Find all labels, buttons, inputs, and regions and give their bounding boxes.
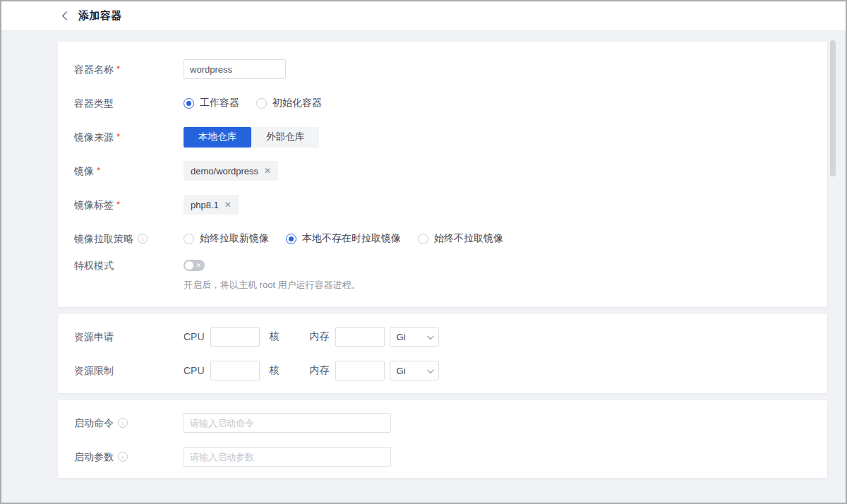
toggle-knob (185, 261, 193, 270)
add-container-page: { "header": { "title": "添加容器" }, "symbol… (0, 0, 847, 504)
form-row-container-name: 容器名称 * (58, 52, 827, 86)
cpu-request-input[interactable] (210, 327, 260, 347)
form-row-image-tag: 镜像标签 * php8.1 ✕ (58, 188, 827, 222)
radio-label: 工作容器 (200, 97, 239, 109)
form-row-container-type: 容器类型 工作容器 初始化容器 (58, 86, 827, 120)
radio-label: 始终不拉取镜像 (434, 232, 503, 245)
memory-request-unit-select[interactable]: Gi (390, 327, 439, 347)
image-source-local-button[interactable]: 本地仓库 (184, 127, 251, 148)
radio-label: 初始化容器 (272, 97, 322, 109)
radio-label: 始终拉取新镜像 (200, 232, 269, 245)
label-text: 启动命令 (74, 413, 114, 433)
radio-always-pull[interactable]: 始终拉取新镜像 (184, 232, 269, 245)
page-header: 添加容器 (1, 1, 846, 31)
image-chip: demo/wordpress ✕ (184, 161, 278, 181)
chevron-down-icon (427, 332, 434, 340)
cpu-unit-label: 核 (270, 364, 280, 377)
label-text: 镜像拉取策略 (74, 229, 133, 248)
memory-label: 内存 (310, 330, 330, 343)
memory-limit-input[interactable] (335, 361, 385, 380)
form-row-image-source: 镜像来源 * 本地仓库 外部仓库 (58, 120, 827, 154)
remove-icon[interactable]: ✕ (224, 200, 232, 209)
card-basic-settings: 容器名称 * 容器类型 工作容器 初始化容器 (58, 42, 827, 307)
chevron-left-icon (62, 11, 71, 20)
radio-label: 本地不存在时拉取镜像 (302, 232, 401, 245)
radio-unselected-icon (184, 234, 194, 244)
select-value: Gi (397, 366, 406, 376)
form-row-start-command: 启动命令 i (58, 406, 827, 440)
required-asterisk: * (116, 127, 120, 147)
memory-limit-unit-select[interactable]: Gi (390, 361, 439, 380)
radio-pull-if-not-present[interactable]: 本地不存在时拉取镜像 (286, 232, 401, 245)
remove-icon[interactable]: ✕ (264, 167, 271, 175)
label-text: 镜像来源 (74, 127, 114, 147)
start-args-input[interactable] (184, 447, 391, 467)
field-label-start-command: 启动命令 i (74, 413, 184, 433)
image-tag-chip: php8.1 ✕ (184, 195, 239, 215)
cpu-label: CPU (184, 331, 205, 342)
chip-text: demo/wordpress (191, 166, 258, 176)
field-label-privileged: 特权模式 (74, 256, 184, 275)
radio-unselected-icon (256, 98, 267, 109)
form-row-resource-request: 资源申请 CPU 核 内存 Gi (58, 320, 827, 354)
image-source-external-button[interactable]: 外部仓库 (251, 127, 319, 148)
field-label-pull-policy: 镜像拉取策略 i (74, 229, 184, 248)
required-asterisk: * (116, 59, 120, 79)
radio-init-container[interactable]: 初始化容器 (256, 97, 322, 109)
card-resources: 资源申请 CPU 核 内存 Gi 资源限制 CPU 核 (58, 314, 827, 393)
radio-selected-icon (184, 98, 194, 109)
privileged-toggle[interactable]: ✕ (184, 260, 205, 271)
chevron-down-icon (427, 366, 434, 373)
form-row-privileged: 特权模式 ✕ 开启后，将以主机 root 用户运行容器进程。 (58, 256, 827, 292)
label-text: 镜像标签 (74, 195, 114, 215)
field-label-container-name: 容器名称 * (74, 59, 184, 79)
radio-work-container[interactable]: 工作容器 (184, 97, 239, 109)
label-text: 容器类型 (74, 93, 114, 113)
container-name-input[interactable] (184, 59, 286, 79)
field-label-image-tag: 镜像标签 * (74, 195, 184, 215)
start-command-input[interactable] (184, 413, 391, 433)
info-icon: i (118, 418, 128, 428)
form-row-pull-policy: 镜像拉取策略 i 始终拉取新镜像 本地不存在时拉取镜像 始终不拉取镜像 (58, 222, 827, 256)
select-value: Gi (397, 332, 406, 342)
page-title: 添加容器 (78, 9, 122, 23)
label-text: 容器名称 (74, 59, 114, 79)
form-row-resource-limit: 资源限制 CPU 核 内存 Gi (58, 354, 827, 388)
required-asterisk: * (116, 195, 120, 215)
cpu-limit-input[interactable] (210, 361, 260, 380)
field-label-image-source: 镜像来源 * (74, 127, 184, 147)
toggle-off-icon: ✕ (196, 260, 201, 270)
scrollbar-thumb[interactable] (830, 40, 836, 176)
label-text: 特权模式 (74, 256, 114, 275)
radio-never-pull[interactable]: 始终不拉取镜像 (418, 232, 503, 245)
form-row-start-args: 启动参数 i (58, 440, 827, 474)
field-label-resource-limit: 资源限制 (74, 361, 184, 380)
back-button[interactable] (64, 13, 70, 19)
field-label-resource-request: 资源申请 (74, 327, 184, 347)
memory-label: 内存 (310, 364, 330, 377)
memory-request-input[interactable] (335, 327, 385, 347)
label-text: 启动参数 (74, 447, 114, 467)
label-text: 镜像 (74, 161, 94, 181)
form-content: 容器名称 * 容器类型 工作容器 初始化容器 (1, 31, 846, 478)
form-row-image: 镜像 * demo/wordpress ✕ (58, 154, 827, 188)
field-label-container-type: 容器类型 (74, 93, 184, 113)
label-text: 资源限制 (74, 361, 114, 380)
label-text: 资源申请 (74, 327, 114, 347)
field-label-image: 镜像 * (74, 161, 184, 181)
chip-text: php8.1 (191, 200, 219, 210)
cpu-unit-label: 核 (270, 330, 280, 343)
info-icon: i (138, 234, 148, 244)
card-startup: 启动命令 i 启动参数 i (58, 400, 827, 478)
cpu-label: CPU (184, 365, 205, 376)
field-label-start-args: 启动参数 i (74, 447, 184, 467)
privileged-help-text: 开启后，将以主机 root 用户运行容器进程。 (184, 279, 361, 292)
info-icon: i (118, 452, 128, 462)
radio-selected-icon (286, 234, 296, 244)
radio-unselected-icon (418, 234, 428, 244)
required-asterisk: * (97, 161, 100, 181)
